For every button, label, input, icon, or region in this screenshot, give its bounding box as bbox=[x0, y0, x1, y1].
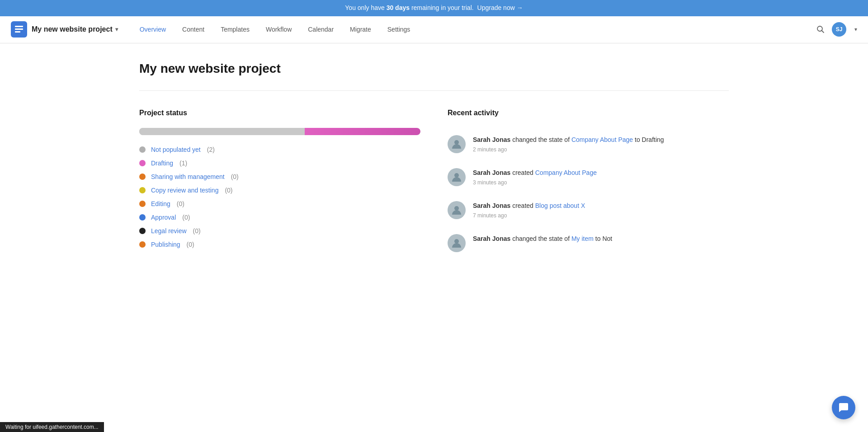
status-dot bbox=[139, 160, 146, 166]
user-avatar-icon bbox=[450, 171, 463, 183]
nav-migrate[interactable]: Migrate bbox=[343, 22, 378, 37]
status-item: Approval (0) bbox=[139, 214, 420, 221]
status-link[interactable]: Publishing bbox=[151, 241, 180, 248]
project-status-title: Project status bbox=[139, 109, 420, 117]
header-actions: SJ ▾ bbox=[816, 22, 857, 37]
status-link[interactable]: Sharing with management bbox=[151, 173, 225, 180]
content-grid: Project status Not populated yet (2) Dra… bbox=[139, 109, 729, 259]
status-dot bbox=[139, 201, 146, 207]
status-item: Legal review (0) bbox=[139, 227, 420, 235]
search-icon bbox=[816, 25, 825, 33]
recent-activity-title: Recent activity bbox=[448, 109, 729, 117]
nav-overview[interactable]: Overview bbox=[132, 22, 173, 37]
activity-time: 7 minutes ago bbox=[473, 211, 585, 220]
nav-workflow[interactable]: Workflow bbox=[259, 22, 299, 37]
status-count: (0) bbox=[187, 241, 194, 248]
activity-user: Sarah Jonas bbox=[473, 202, 510, 209]
activity-user: Sarah Jonas bbox=[473, 136, 510, 143]
avatar[interactable]: SJ bbox=[832, 22, 846, 37]
nav-content[interactable]: Content bbox=[175, 22, 212, 37]
logo-icon bbox=[11, 21, 27, 38]
status-count: (0) bbox=[225, 187, 232, 194]
status-dot bbox=[139, 241, 146, 248]
banner-highlight: 30 days bbox=[387, 4, 410, 11]
activity-link[interactable]: My item bbox=[571, 235, 594, 242]
project-name-text: My new website project bbox=[32, 25, 113, 33]
activity-text: Sarah Jonas created Company About Page3 … bbox=[473, 168, 597, 187]
activity-time: 2 minutes ago bbox=[473, 146, 664, 154]
main-nav: Overview Content Templates Workflow Cale… bbox=[132, 22, 816, 37]
status-item: Copy review and testing (0) bbox=[139, 187, 420, 194]
status-list: Not populated yet (2) Drafting (1) Shari… bbox=[139, 146, 420, 248]
status-item: Not populated yet (2) bbox=[139, 146, 420, 153]
status-count: (0) bbox=[193, 227, 201, 235]
status-link[interactable]: Approval bbox=[151, 214, 176, 221]
status-item: Drafting (1) bbox=[139, 160, 420, 167]
activity-text: Sarah Jonas changed the state of Company… bbox=[473, 135, 664, 154]
status-item: Sharing with management (0) bbox=[139, 173, 420, 180]
banner-text-after: remaining in your trial. bbox=[410, 4, 474, 11]
activity-link[interactable]: Company About Page bbox=[535, 169, 597, 176]
page-title: My new website project bbox=[139, 61, 729, 76]
svg-point-8 bbox=[454, 239, 459, 244]
chevron-down-icon: ▾ bbox=[115, 26, 118, 33]
svg-rect-0 bbox=[15, 26, 23, 27]
svg-point-6 bbox=[454, 173, 459, 178]
status-dot bbox=[139, 214, 146, 221]
divider bbox=[139, 90, 729, 91]
search-button[interactable] bbox=[816, 25, 825, 33]
activity-user: Sarah Jonas bbox=[473, 169, 510, 176]
status-count: (0) bbox=[177, 200, 184, 207]
header: My new website project ▾ Overview Conten… bbox=[0, 16, 868, 43]
user-avatar-icon bbox=[450, 138, 463, 150]
status-link[interactable]: Copy review and testing bbox=[151, 187, 218, 194]
activity-link[interactable]: Company About Page bbox=[571, 136, 633, 143]
status-dot bbox=[139, 146, 146, 153]
activity-avatar bbox=[448, 168, 466, 186]
status-count: (2) bbox=[207, 146, 215, 153]
progress-bar bbox=[139, 128, 420, 135]
logo-area: My new website project ▾ bbox=[11, 21, 118, 38]
recent-activity-section: Recent activity Sarah Jonas changed the … bbox=[448, 109, 729, 259]
status-count: (0) bbox=[231, 173, 239, 180]
activity-item: Sarah Jonas changed the state of My item… bbox=[448, 227, 729, 259]
main-content: My new website project Project status No… bbox=[118, 43, 750, 277]
activity-list: Sarah Jonas changed the state of Company… bbox=[448, 128, 729, 259]
status-item: Publishing (0) bbox=[139, 241, 420, 248]
nav-settings[interactable]: Settings bbox=[380, 22, 418, 37]
activity-item: Sarah Jonas created Blog post about X7 m… bbox=[448, 194, 729, 227]
status-dot bbox=[139, 228, 146, 234]
activity-avatar bbox=[448, 234, 466, 252]
svg-line-4 bbox=[822, 31, 824, 33]
svg-point-7 bbox=[454, 206, 459, 211]
svg-point-5 bbox=[454, 140, 459, 145]
activity-text: Sarah Jonas changed the state of My item… bbox=[473, 234, 612, 244]
status-item: Editing (0) bbox=[139, 200, 420, 207]
nav-calendar[interactable]: Calendar bbox=[301, 22, 341, 37]
activity-avatar bbox=[448, 201, 466, 219]
activity-link[interactable]: Blog post about X bbox=[535, 202, 585, 209]
activity-extra: to Drafting bbox=[635, 136, 664, 143]
status-dot bbox=[139, 174, 146, 180]
banner-text-before: You only have bbox=[345, 4, 386, 11]
svg-rect-1 bbox=[15, 28, 23, 30]
activity-extra: to Not bbox=[595, 235, 612, 242]
project-title[interactable]: My new website project ▾ bbox=[32, 25, 118, 33]
progress-bar-pink bbox=[305, 128, 420, 135]
upgrade-link[interactable]: Upgrade now → bbox=[477, 4, 523, 11]
nav-templates[interactable]: Templates bbox=[213, 22, 257, 37]
status-link[interactable]: Editing bbox=[151, 200, 170, 207]
avatar-dropdown-button[interactable]: ▾ bbox=[854, 26, 857, 33]
activity-item: Sarah Jonas changed the state of Company… bbox=[448, 128, 729, 161]
status-dot bbox=[139, 187, 146, 193]
svg-rect-2 bbox=[15, 31, 20, 33]
status-link[interactable]: Legal review bbox=[151, 227, 187, 235]
activity-text: Sarah Jonas created Blog post about X7 m… bbox=[473, 201, 585, 220]
activity-item: Sarah Jonas created Company About Page3 … bbox=[448, 161, 729, 194]
status-link[interactable]: Drafting bbox=[151, 160, 173, 167]
status-link[interactable]: Not populated yet bbox=[151, 146, 201, 153]
trial-banner: You only have 30 days remaining in your … bbox=[0, 0, 868, 16]
progress-bar-gray bbox=[139, 128, 305, 135]
activity-time: 3 minutes ago bbox=[473, 178, 597, 187]
status-count: (0) bbox=[182, 214, 190, 221]
